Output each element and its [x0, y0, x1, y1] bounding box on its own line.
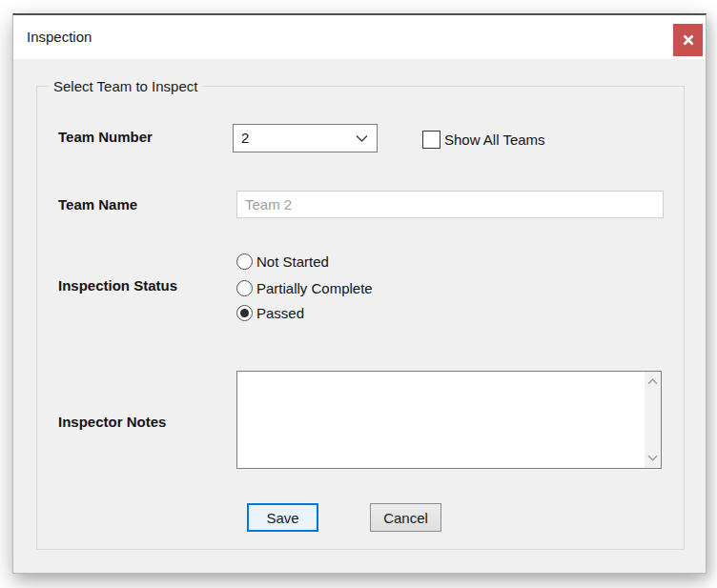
- team-name-field: Team 2: [236, 191, 664, 218]
- inspector-notes-value[interactable]: [241, 374, 642, 466]
- inspection-status-label: Inspection Status: [58, 277, 177, 294]
- radio-circle-icon[interactable]: [236, 305, 253, 321]
- groupbox-legend: Select Team to Inspect: [49, 77, 202, 96]
- chevron-down-icon: [356, 134, 368, 143]
- inspector-notes-textarea[interactable]: [236, 371, 662, 469]
- team-name-value: Team 2: [245, 192, 292, 217]
- save-button[interactable]: Save: [247, 503, 318, 532]
- cancel-button[interactable]: Cancel: [370, 503, 441, 532]
- close-icon: [683, 34, 694, 46]
- team-number-value: 2: [241, 125, 249, 152]
- radio-circle-icon[interactable]: [236, 280, 253, 296]
- show-all-teams-label[interactable]: Show All Teams: [444, 132, 545, 148]
- notes-scrollbar[interactable]: [645, 372, 661, 468]
- inspector-notes-label: Inspector Notes: [58, 414, 166, 430]
- window-title: Inspection: [27, 15, 92, 59]
- radio-label-partially-complete[interactable]: Partially Complete: [256, 280, 373, 296]
- chevron-down-icon: [647, 455, 658, 461]
- title-bar: Inspection: [13, 15, 706, 59]
- scroll-down-button[interactable]: [645, 450, 661, 466]
- chevron-up-icon: [647, 378, 658, 385]
- show-all-teams-checkbox[interactable]: [422, 131, 440, 149]
- close-button[interactable]: [673, 24, 703, 56]
- team-number-label: Team Number: [58, 129, 153, 145]
- radio-label-not-started[interactable]: Not Started: [256, 253, 329, 270]
- select-team-groupbox: Select Team to Inspect: [36, 86, 685, 550]
- radio-option-partially-complete[interactable]: Partially Complete: [236, 278, 373, 297]
- radio-option-passed[interactable]: Passed: [236, 303, 304, 322]
- scroll-up-button[interactable]: [645, 374, 661, 390]
- radio-circle-icon[interactable]: [236, 253, 253, 270]
- team-number-dropdown[interactable]: 2: [233, 124, 378, 152]
- radio-label-passed[interactable]: Passed: [256, 305, 304, 321]
- radio-option-not-started[interactable]: Not Started: [236, 252, 329, 271]
- inspection-dialog: Inspection Select Team to Inspect Team N…: [12, 13, 707, 574]
- team-name-label: Team Name: [58, 196, 137, 213]
